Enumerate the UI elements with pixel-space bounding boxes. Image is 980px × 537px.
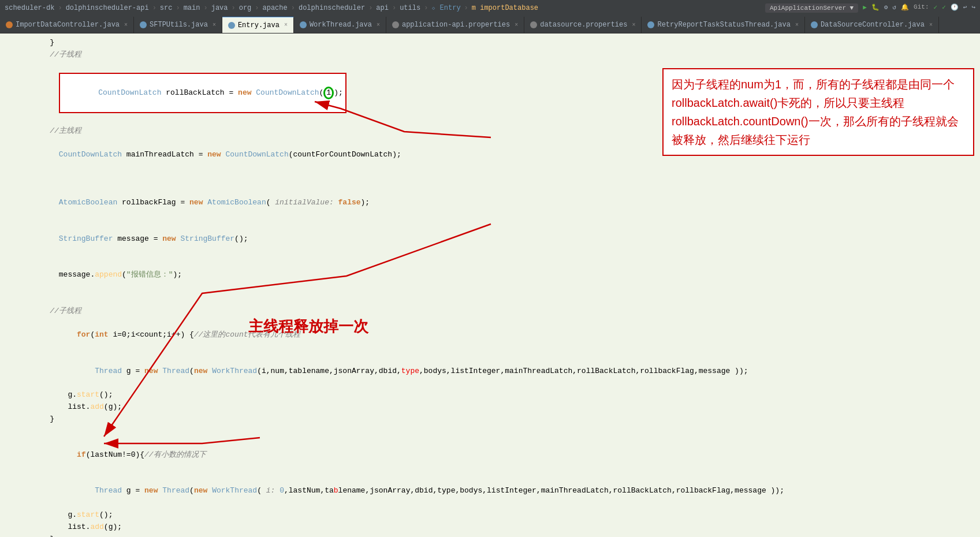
- tab-icon: [300, 21, 307, 28]
- tab-close[interactable]: ×: [929, 22, 933, 28]
- tab-label: RetryReportTaskStatusThread.java: [657, 21, 790, 29]
- code-line: list.add(g);: [32, 401, 980, 413]
- tab-label: datasource.properties: [540, 21, 627, 29]
- code-line: Thread g = new Thread(new WorkThread(i,n…: [32, 353, 980, 389]
- tab-close[interactable]: ×: [284, 22, 288, 28]
- tab-label: DataSourceController.java: [821, 21, 925, 29]
- notification-icon[interactable]: 🔔: [901, 3, 909, 13]
- tab-close[interactable]: ×: [515, 22, 518, 28]
- vcs-icon[interactable]: ↺: [892, 3, 896, 13]
- tab-close[interactable]: ×: [213, 22, 216, 28]
- tab-entry[interactable]: Entry.java ×: [222, 17, 294, 33]
- breadcrumb-main[interactable]: main: [184, 4, 200, 12]
- code-line: g.start();: [32, 389, 980, 401]
- code-line: //子线程: [32, 305, 980, 318]
- git-clock[interactable]: 🕐: [951, 3, 959, 13]
- git-label: Git:: [914, 3, 929, 13]
- breadcrumb-api[interactable]: dolphinscheduler-api: [66, 4, 149, 12]
- annotation-center-text: 主线程释放掉一次: [248, 316, 368, 337]
- breadcrumb-utils[interactable]: utils: [400, 4, 420, 12]
- editor-area: } //子线程 CountDownLatch rollBackLatch = n…: [0, 33, 980, 537]
- debug-icon[interactable]: 🐛: [871, 3, 880, 13]
- run-icon[interactable]: ▶: [863, 3, 867, 13]
- code-line: [32, 426, 980, 438]
- tab-label: WorkThread.java: [310, 21, 372, 29]
- git-redo[interactable]: ↪: [971, 3, 975, 13]
- code-line: if(lastNum!=0){//有小数的情况下: [32, 437, 980, 473]
- tab-label: ImportDataController.java: [16, 21, 120, 29]
- tab-datasource[interactable]: datasource.properties ×: [524, 17, 642, 33]
- build-icon[interactable]: ⚙: [884, 3, 888, 13]
- code-line: AtomicBoolean rollbackFlag = new AtomicB…: [32, 185, 980, 221]
- code-line: [32, 173, 980, 185]
- breadcrumb-api2[interactable]: api: [376, 4, 389, 12]
- code-line: message.append("报错信息：");: [32, 257, 980, 293]
- api-server-dropdown[interactable]: ApiApplicationServer ▼: [765, 3, 858, 13]
- code-line: list.add(g);: [32, 521, 980, 534]
- breadcrumb-java[interactable]: java: [211, 4, 228, 12]
- tab-close[interactable]: ×: [795, 22, 799, 28]
- breadcrumb-bar: scheduler-dk › dolphinscheduler-api › sr…: [0, 0, 980, 16]
- tab-label: application-api.properties: [402, 21, 510, 29]
- breadcrumb-org[interactable]: org: [239, 4, 252, 12]
- code-line: g.start();: [32, 509, 980, 521]
- tab-label: SFTPUtils.java: [150, 21, 208, 29]
- breadcrumb-entry[interactable]: ⬦ Entry: [431, 4, 460, 12]
- tabs-bar: ImportDataController.java × SFTPUtils.ja…: [0, 16, 980, 33]
- tab-importdatacontroller[interactable]: ImportDataController.java ×: [0, 17, 134, 33]
- code-line: [32, 293, 980, 305]
- code-line: }: [32, 37, 980, 49]
- breadcrumb-apache[interactable]: apache: [263, 4, 288, 12]
- tab-icon: [530, 21, 537, 28]
- tab-icon: [392, 21, 399, 28]
- tab-icon: [140, 21, 147, 28]
- tab-retry[interactable]: RetryReportTaskStatusThread.java ×: [642, 17, 804, 33]
- tab-icon: [228, 22, 235, 29]
- breadcrumb-dolphin[interactable]: dolphinscheduler: [299, 4, 365, 12]
- annotation-right-text: 因为子线程的num为1，而，所有的子线程都是由同一个rollbackLatch.…: [672, 78, 959, 146]
- git-check1[interactable]: ✓: [934, 3, 938, 13]
- tab-workthread[interactable]: WorkThread.java ×: [294, 17, 386, 33]
- breadcrumb-src[interactable]: src: [160, 4, 173, 12]
- code-line: }: [32, 413, 980, 426]
- tab-icon: [811, 21, 818, 28]
- annotation-right-box: 因为子线程的num为1，而，所有的子线程都是由同一个rollbackLatch.…: [662, 68, 974, 156]
- tab-appprops[interactable]: application-api.properties ×: [386, 17, 524, 33]
- code-line: StringBuffer message = new StringBuffer(…: [32, 221, 980, 257]
- breadcrumb-scheduler[interactable]: scheduler-dk: [5, 4, 54, 12]
- tab-sftputils[interactable]: SFTPUtils.java ×: [134, 17, 222, 33]
- tab-icon: [647, 21, 654, 28]
- tab-datasourcecontroller[interactable]: DataSourceController.java ×: [805, 17, 939, 33]
- tab-close[interactable]: ×: [124, 22, 128, 28]
- code-line: for(int i=0;i<count;i++) {//这里的count代表有几…: [32, 317, 980, 353]
- tab-icon: [6, 21, 13, 28]
- code-line: //子线程: [32, 49, 980, 61]
- git-check2[interactable]: ✓: [942, 3, 946, 13]
- tab-label: Entry.java: [238, 21, 280, 29]
- git-undo[interactable]: ↩: [963, 3, 967, 13]
- breadcrumb-method[interactable]: m importDatabase: [472, 4, 538, 12]
- code-line: }: [32, 534, 980, 537]
- code-line: Thread g = new Thread(new WorkThread( i:…: [32, 473, 980, 509]
- tab-close[interactable]: ×: [632, 22, 635, 28]
- tab-close[interactable]: ×: [377, 22, 380, 28]
